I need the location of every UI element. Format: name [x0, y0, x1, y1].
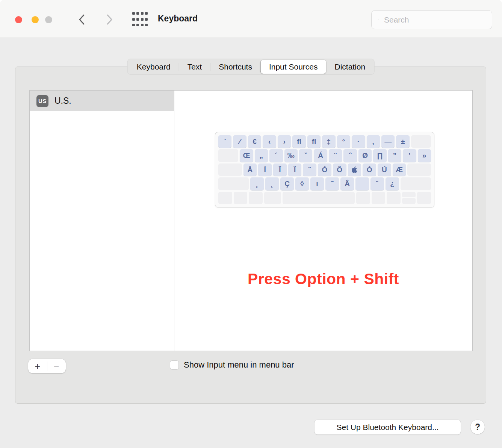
close-traffic-light[interactable] [15, 16, 22, 23]
key-char: Ò [363, 163, 376, 176]
key-fn [218, 192, 232, 204]
show-input-menu-row: Show Input menu in menu bar [170, 360, 294, 370]
key-option-right [372, 192, 386, 204]
key-char: ◊ [295, 177, 309, 190]
input-sources-box: USU.S. `⁄€‹›ﬁﬂ‡°·‚—±Œ„´‰ˇÁ¨ˆØ∏”’»ÅÍÎÏ˝ÓÔ… [29, 90, 473, 351]
key-char: ± [396, 135, 409, 148]
window-title: Keyboard [158, 14, 198, 24]
key-delete [411, 135, 431, 148]
key-char: Æ [393, 163, 406, 176]
show-input-menu-label: Show Input menu in menu bar [184, 360, 294, 370]
title-bar: Keyboard [0, 0, 502, 38]
key-char: ﬂ [307, 135, 321, 148]
key-char: » [418, 149, 431, 162]
key-char: › [278, 135, 291, 148]
tab-shortcuts[interactable]: Shortcuts [210, 60, 260, 74]
minimize-traffic-light[interactable] [32, 16, 39, 23]
setup-bluetooth-keyboard-button[interactable]: Set Up Bluetooth Keyboard... [315, 420, 461, 434]
tab-input-sources[interactable]: Input Sources [261, 60, 326, 74]
key-char: „ [255, 149, 268, 162]
key-shift-left [218, 177, 249, 190]
key-char: ¨ [329, 149, 342, 162]
key-char: Á [314, 149, 327, 162]
show-input-menu-checkbox[interactable] [170, 360, 179, 369]
key-char: ’ [403, 149, 416, 162]
key-return [407, 163, 431, 176]
key-char: Ó [318, 163, 331, 176]
key-char: Ï [288, 163, 302, 176]
key-caps-lock [218, 163, 242, 176]
key-char: ¿ [386, 177, 399, 190]
forward-button[interactable] [102, 12, 117, 27]
help-button[interactable]: ? [470, 420, 485, 434]
search-icon [378, 15, 379, 24]
key-char: ⁄ [233, 135, 246, 148]
key-char: — [381, 135, 395, 148]
key-char: ∏ [373, 149, 386, 162]
add-remove-control: + − [28, 359, 66, 373]
key-option-left [249, 192, 263, 204]
key-char: ´ [269, 149, 283, 162]
tab-keyboard[interactable]: Keyboard [129, 60, 179, 74]
key-char: ¸ [250, 177, 264, 190]
key-char: · [352, 135, 365, 148]
key-char: Â [340, 177, 354, 190]
keyboard-row: ÅÍÎÏ˝ÓÔÒÚÆ [218, 163, 431, 176]
key-char: Å [243, 163, 257, 176]
zoom-traffic-light[interactable] [45, 16, 52, 23]
show-all-grid-icon[interactable] [132, 12, 148, 26]
search-field[interactable] [371, 10, 492, 29]
key-tab [218, 149, 238, 162]
key-char: Ø [358, 149, 372, 162]
key-char: ı [310, 177, 324, 190]
keyboard-row: ¸˛Ç◊ı˜Â¯˘¿ [218, 177, 431, 190]
key-apple-logo [348, 163, 361, 176]
key-space [283, 192, 355, 204]
key-char: € [248, 135, 261, 148]
key-char: Í [258, 163, 272, 176]
key-char: Ú [378, 163, 391, 176]
key-char: ˆ [343, 149, 357, 162]
key-command-right [356, 192, 370, 204]
back-button[interactable] [74, 12, 89, 27]
tab-dictation[interactable]: Dictation [327, 60, 374, 74]
tab-text[interactable]: Text [179, 60, 210, 74]
key-char: ˝ [303, 163, 316, 176]
remove-input-source-button[interactable]: − [47, 359, 66, 373]
chevron-right-icon [104, 14, 114, 25]
key-char: Î [273, 163, 287, 176]
key-char: ‰ [284, 149, 298, 162]
key-char: ˇ [299, 149, 312, 162]
keyboard-preview-pane: `⁄€‹›ﬁﬂ‡°·‚—±Œ„´‰ˇÁ¨ˆØ∏”’»ÅÍÎÏ˝ÓÔÒÚÆ¸˛Ç◊… [174, 91, 472, 351]
input-source-label: U.S. [54, 96, 71, 106]
input-source-badge-icon: US [36, 95, 48, 107]
key-char: ” [388, 149, 401, 162]
key-command-left [264, 192, 281, 204]
keyboard-viewer: `⁄€‹›ﬁﬂ‡°·‚—±Œ„´‰ˇÁ¨ˆØ∏”’»ÅÍÎÏ˝ÓÔÒÚÆ¸˛Ç◊… [215, 132, 434, 207]
key-char: ¯ [355, 177, 369, 190]
key-shift-right [401, 177, 431, 190]
key-char: Ç [280, 177, 294, 190]
key-control [234, 192, 248, 204]
chevron-left-icon [77, 14, 87, 25]
key-char: ‡ [322, 135, 335, 148]
keyboard-row: `⁄€‹›ﬁﬂ‡°·‚—± [218, 135, 431, 148]
key-char: ˛ [265, 177, 279, 190]
search-input[interactable] [383, 15, 487, 25]
preferences-tab-bar: KeyboardTextShortcutsInput SourcesDictat… [127, 59, 375, 75]
apple-logo-icon [351, 166, 358, 173]
input-source-list[interactable]: USU.S. [30, 91, 174, 351]
key-char: ` [218, 135, 231, 148]
key-char: ‚ [367, 135, 380, 148]
keyboard-preferences-window: Keyboard KeyboardTextShortcutsInput Sour… [0, 0, 502, 448]
key-char: ˜ [325, 177, 339, 190]
key-char: ˘ [370, 177, 384, 190]
key-char: ﬁ [292, 135, 305, 148]
keyboard-row: Œ„´‰ˇÁ¨ˆØ∏”’» [218, 149, 431, 162]
key-arrow-left [387, 192, 401, 204]
key-char: Ô [333, 163, 346, 176]
press-option-shift-text: Press Option + Shift [174, 270, 472, 288]
input-source-row[interactable]: USU.S. [30, 91, 174, 111]
add-input-source-button[interactable]: + [28, 359, 47, 373]
key-char: Œ [240, 149, 253, 162]
